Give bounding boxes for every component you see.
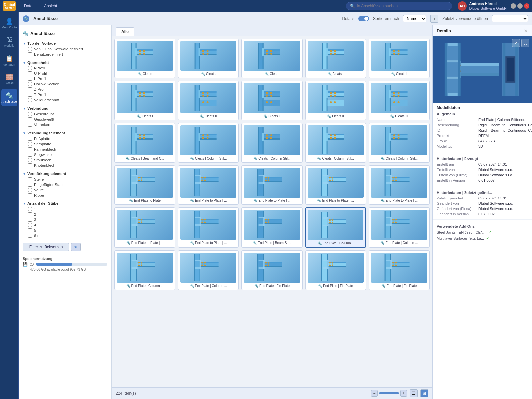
grid-item-20[interactable]: 🔩End Plate to Plate | ... [369,165,430,205]
checkbox-n5[interactable] [28,228,32,232]
tree-item-n6plus[interactable]: 6+ [19,233,111,238]
nav-bloecke[interactable]: 🧱 Blöcke [1,70,17,88]
checkbox-rippe[interactable] [28,193,32,197]
grid-item-15[interactable]: 🔩Cleats | Column Stif... [369,123,430,163]
checkbox-i-profil[interactable] [28,66,32,70]
checkbox-knotenblech[interactable] [28,163,32,167]
tree-item-vollquerschnitt[interactable]: Vollquerschnitt [19,97,111,103]
tree-item-voute[interactable]: Voute [19,187,111,193]
minimize-button[interactable]: — [511,3,516,9]
menu-ansicht[interactable]: Ansicht [41,2,60,10]
maximize-button[interactable]: □ [517,3,523,9]
checkbox-verankert[interactable] [28,123,32,127]
tree-item-benutzer-def[interactable]: Benutzerdefiniert [19,52,111,57]
checkbox-geschweisst[interactable] [28,117,32,121]
list-view-button[interactable]: ☰ [410,389,418,397]
tree-item-rippe[interactable]: Rippe [19,193,111,198]
grid-item-2[interactable]: 🔩Cleats [178,39,239,78]
tree-item-t-profil[interactable]: T-Profil [19,92,111,97]
checkbox-vollquerschnitt[interactable] [28,98,32,102]
checkbox-steife[interactable] [28,177,32,181]
grid-item-14[interactable]: 🔩Cleats | Column Stif... [305,123,366,163]
tree-item-n4[interactable]: 4 [19,222,111,228]
close-button[interactable]: ✕ [524,3,529,9]
grid-item-5[interactable]: 🔩Cleats I [369,39,430,78]
preview-expand-button[interactable]: ⤢ [512,39,520,47]
details-toggle[interactable] [358,16,369,21]
checkbox-t-profil[interactable] [28,93,32,97]
tree-group-header-querschnitt[interactable]: ▼ Querschnitt [19,60,111,66]
checkbox-n1[interactable] [28,207,32,211]
tree-group-header-verbindung[interactable]: ▼ Verbindung [19,105,111,111]
checkbox-n4[interactable] [28,223,32,227]
grid-item-23[interactable]: 🔩End Plate | Beam Sti... [241,207,302,248]
checkbox-fussplatte[interactable] [28,137,32,141]
grid-item-16[interactable]: 🔩End Plate to Plate [114,165,175,205]
menu-datei[interactable]: Datei [21,2,36,10]
tree-item-n3[interactable]: 3 [19,217,111,222]
grid-item-6[interactable]: 🔩Cleats I [114,81,175,120]
grid-container[interactable]: 🔩Cleats 🔩Cleats 🔩Clea [112,36,432,387]
tree-item-z-profil[interactable]: Z-Profil [19,87,111,92]
tree-item-verankert[interactable]: Verankert [19,122,111,127]
bookmark-button[interactable]: ★ [71,243,81,251]
grid-item-25[interactable]: 🔩End Plate | Column ... [369,207,430,248]
tree-group-header-verstaerkungselement[interactable]: ▼ Verstärkungselement [19,171,111,177]
preview-fullscreen-button[interactable]: ⛶ [521,39,529,47]
search-input[interactable] [357,4,444,8]
grid-item-10[interactable]: 🔩Cleats III [369,81,430,120]
sort-direction-button[interactable]: ↑ [430,15,438,23]
grid-item-11[interactable]: 🔩Cleats | Beam and C... [114,123,175,163]
checkbox-n2[interactable] [28,212,32,216]
grid-item-3[interactable]: 🔩Cleats [241,39,302,78]
tree-item-steife[interactable]: Steife [19,177,111,182]
tree-item-stosblech[interactable]: Stoßblech [19,157,111,163]
checkbox-n3[interactable] [28,218,32,222]
checkbox-hollow-section[interactable] [28,82,32,86]
grid-item-22[interactable]: 🔩End Plate to Plate | ... [178,207,239,248]
tree-item-hollow-section[interactable]: Hollow Section [19,81,111,87]
nav-vorlagen[interactable]: 📋 Vorlagen [1,52,17,69]
checkbox-stosblech[interactable] [28,158,32,162]
zoom-in-button[interactable]: + [400,390,407,397]
grid-item-24[interactable]: 🔩End Plate | Column... [305,207,366,248]
tree-group-header-verbindungselement[interactable]: ▼ Verbindungselement [19,130,111,136]
tree-item-n5[interactable]: 5 [19,228,111,233]
grid-item-1[interactable]: 🔩Cleats [114,39,175,78]
tree-item-stegwinkel[interactable]: Stegwinkel [19,152,111,157]
grid-item-19[interactable]: 🔩End Plate to Plate | ... [305,165,366,205]
nav-anschluesse[interactable]: 🔩 Anschlüsse [1,89,17,106]
nav-modelle[interactable]: 🏗 Modelle [1,33,17,51]
grid-item-30[interactable]: 🔩End Plate | Fin Plate [369,250,430,290]
zoom-slider[interactable] [379,392,399,394]
checkbox-z-profil[interactable] [28,87,32,91]
tree-item-stirnplatte[interactable]: Stirnplatte [19,141,111,147]
tree-item-geschraubt[interactable]: Geschraubt [19,111,111,117]
tree-item-dlubal-def[interactable]: Von Dlubal Software definiert [19,46,111,52]
checkbox-fahnenblech[interactable] [28,147,32,151]
nav-mein-konto[interactable]: 👤 Mein Konto [1,15,17,32]
grid-view-button[interactable]: ⊞ [420,389,428,397]
tree-group-header-anzahl-staebe[interactable]: ▼ Anzahl der Stäbe [19,200,111,206]
tree-item-eingefuegter-stab[interactable]: Eingefügter Stab [19,182,111,187]
sort-select[interactable]: Name Datum Größe [403,15,426,22]
tree-group-header-typ-vorlage[interactable]: ▼ Typ der Vorlage [19,40,111,46]
grid-item-29[interactable]: 🔩End Plate | Fin Plate [305,250,366,290]
grid-item-7[interactable]: 🔩Cleats II [178,81,239,120]
checkbox-l-profil[interactable] [28,77,32,81]
checkbox-n6plus[interactable] [28,234,32,238]
grid-item-21[interactable]: 🔩End Plate to Plate | ... [114,207,175,248]
grid-item-17[interactable]: 🔩End Plate to Plate | ... [178,165,239,205]
details-close-button[interactable]: ✕ [524,28,528,33]
grid-item-13[interactable]: 🔩Cleats | Column Stif... [241,123,302,163]
checkbox-stegwinkel[interactable] [28,153,32,157]
tree-item-fahnenblech[interactable]: Fahnenblech [19,147,111,152]
grid-item-27[interactable]: 🔩End Plate | Column ... [178,250,239,290]
tab-alle[interactable]: Alle [116,27,134,36]
zoom-out-button[interactable]: − [371,390,378,397]
filter-reset-button[interactable]: Filter zurücksetzen [23,243,69,251]
checkbox-geschraubt[interactable] [28,112,32,116]
grid-item-9[interactable]: 🔩Cleats II [305,81,366,120]
tree-item-n1[interactable]: 1 [19,206,111,212]
recent-select[interactable] [492,15,528,22]
